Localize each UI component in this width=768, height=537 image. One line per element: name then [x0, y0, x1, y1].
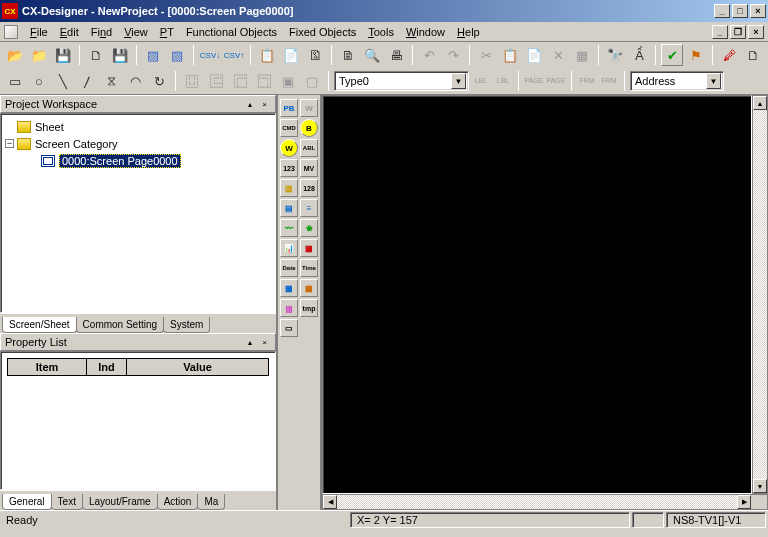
shape-line-icon[interactable]: ╲: [52, 70, 74, 92]
tab-general[interactable]: General: [2, 494, 52, 510]
csv-export-icon[interactable]: CSV↑: [223, 44, 245, 66]
address-combo[interactable]: Address ▼: [630, 71, 724, 91]
pal-bars[interactable]: |||: [280, 299, 298, 317]
pal-bar[interactable]: ▤: [280, 199, 298, 217]
menu-find[interactable]: Find: [85, 24, 118, 40]
tree-node-sheet[interactable]: Sheet: [5, 118, 271, 135]
pal-grid1[interactable]: ▦: [280, 279, 298, 297]
preview-icon[interactable]: 🔍: [361, 44, 383, 66]
vertical-scrollbar[interactable]: ▲ ▼: [752, 95, 768, 494]
shape-rect-icon[interactable]: ▭: [4, 70, 26, 92]
pal-tree[interactable]: ❀: [300, 219, 318, 237]
align1-icon[interactable]: ⿶: [181, 70, 203, 92]
print-icon[interactable]: 🖶: [385, 44, 407, 66]
tab-common-setting[interactable]: Common Setting: [76, 317, 164, 333]
open-icon[interactable]: 📁: [28, 44, 50, 66]
menu-tools[interactable]: Tools: [362, 24, 400, 40]
pal-abl[interactable]: ABL: [300, 139, 318, 157]
wand-icon[interactable]: 🖉: [718, 44, 740, 66]
grid-icon[interactable]: ▦: [571, 44, 593, 66]
flag-icon[interactable]: ⚑: [685, 44, 707, 66]
pal-b[interactable]: B: [300, 119, 318, 137]
mdi-minimize-button[interactable]: _: [712, 25, 728, 39]
maximize-button[interactable]: □: [732, 4, 748, 18]
pal-list1[interactable]: ▥: [280, 179, 298, 197]
pal-table[interactable]: ▦: [300, 239, 318, 257]
new-page-icon[interactable]: 🗋: [85, 44, 107, 66]
pal-lines[interactable]: ≡: [300, 199, 318, 217]
csv-import-icon[interactable]: CSV↓: [199, 44, 221, 66]
menu-pt[interactable]: PT: [154, 24, 180, 40]
undo-icon[interactable]: ↶: [418, 44, 440, 66]
pal-tmp[interactable]: tmp: [300, 299, 318, 317]
scroll-left-icon[interactable]: ◀: [323, 495, 337, 509]
tab-layout-frame[interactable]: Layout/Frame: [82, 494, 158, 510]
pal-pb[interactable]: PB: [280, 99, 298, 117]
tab-system[interactable]: System: [163, 317, 210, 333]
menu-fixed-objects[interactable]: Fixed Objects: [283, 24, 362, 40]
panel-close-icon[interactable]: ×: [258, 337, 271, 348]
copy-icon[interactable]: 📋: [499, 44, 521, 66]
shape-hourglass-icon[interactable]: ⧖: [100, 70, 122, 92]
mdi-restore-icon[interactable]: [4, 25, 18, 39]
tab-action[interactable]: Action: [157, 494, 199, 510]
pal-128[interactable]: 128: [300, 179, 318, 197]
ungroup-icon[interactable]: ▢: [301, 70, 323, 92]
pal-chart[interactable]: 📊: [280, 239, 298, 257]
menu-help[interactable]: Help: [451, 24, 486, 40]
save-all-icon[interactable]: 💾: [52, 44, 74, 66]
scroll-up-icon[interactable]: ▲: [753, 96, 767, 110]
save-icon[interactable]: 💾: [109, 44, 131, 66]
tab-more[interactable]: Ma: [197, 494, 225, 510]
tree-node-page[interactable]: 0000:Screen Page0000: [5, 152, 271, 169]
paste-obj-icon[interactable]: 📄: [280, 44, 302, 66]
align4-icon[interactable]: ⿹: [253, 70, 275, 92]
transfer-icon[interactable]: 🖻: [304, 44, 326, 66]
tab-screen-sheet[interactable]: Screen/Sheet: [2, 317, 77, 333]
new-icon[interactable]: 📂: [4, 44, 26, 66]
frm-prev-icon[interactable]: FRM: [577, 71, 597, 91]
page-prev-icon[interactable]: PAGE: [524, 71, 544, 91]
redo-icon[interactable]: ↷: [442, 44, 464, 66]
replace-icon[interactable]: Ầ: [628, 44, 650, 66]
close-button[interactable]: ×: [750, 4, 766, 18]
pal-w2[interactable]: W: [280, 139, 298, 157]
panel-menu-icon[interactable]: ▴: [243, 337, 256, 348]
menu-edit[interactable]: Edit: [54, 24, 85, 40]
mdi-restore-button[interactable]: ❐: [730, 25, 746, 39]
frm-next-icon[interactable]: FRM: [599, 71, 619, 91]
shape-arc-icon[interactable]: ◠: [124, 70, 146, 92]
col-ind[interactable]: Ind: [87, 358, 127, 376]
type-combo[interactable]: Type0 ▼: [334, 71, 469, 91]
find-icon[interactable]: 🔭: [604, 44, 626, 66]
page-next-icon[interactable]: PAGE: [546, 71, 566, 91]
pal-cmd[interactable]: CMD: [280, 119, 298, 137]
horizontal-scrollbar[interactable]: ◀ ▶: [322, 494, 768, 510]
sheet-icon[interactable]: 🗋: [742, 44, 764, 66]
pal-123[interactable]: 123: [280, 159, 298, 177]
menu-window[interactable]: Window: [400, 24, 451, 40]
lbl-next-icon[interactable]: LBL: [493, 71, 513, 91]
menu-functional-objects[interactable]: Functional Objects: [180, 24, 283, 40]
pal-time[interactable]: Time: [300, 259, 318, 277]
design-canvas[interactable]: [322, 95, 752, 494]
minimize-button[interactable]: _: [714, 4, 730, 18]
pal-w[interactable]: W: [300, 99, 318, 117]
pal-mv[interactable]: MV: [300, 159, 318, 177]
shape-circle-icon[interactable]: ○: [28, 70, 50, 92]
hatch2-icon[interactable]: ▧: [166, 44, 188, 66]
panel-close-icon[interactable]: ×: [258, 99, 271, 110]
col-item[interactable]: Item: [7, 358, 87, 376]
mdi-close-button[interactable]: ×: [748, 25, 764, 39]
pal-rect[interactable]: ▭: [280, 319, 298, 337]
col-value[interactable]: Value: [127, 358, 269, 376]
delete-icon[interactable]: ✕: [547, 44, 569, 66]
menu-view[interactable]: View: [118, 24, 154, 40]
pal-date[interactable]: Date: [280, 259, 298, 277]
menu-file[interactable]: File: [24, 24, 54, 40]
shape-refresh-icon[interactable]: ↻: [148, 70, 170, 92]
pal-grid2[interactable]: ▦: [300, 279, 318, 297]
tree-node-category[interactable]: − Screen Category: [5, 135, 271, 152]
scroll-down-icon[interactable]: ▼: [753, 479, 767, 493]
project-tree[interactable]: Sheet − Screen Category 0000:Screen Page…: [0, 113, 276, 313]
